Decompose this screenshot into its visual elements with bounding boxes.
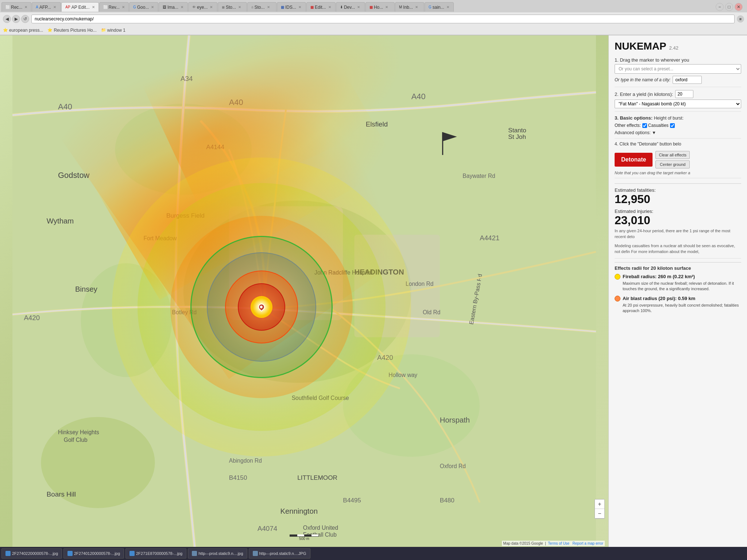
fatalities-label: Estimated fatalities: (615, 187, 741, 193)
tab-sto1[interactable]: ◼ Sto... ✕ (218, 2, 247, 12)
browser-chrome: ⬜ Rec... ✕ A AFP... ✕ AP AP Edit... ✕ ⬜ … (0, 0, 747, 35)
svg-text:Stanto: Stanto (508, 127, 526, 134)
taskbar: 2F27402200000578-...jpg 2F27401200000578… (0, 547, 747, 560)
tab-close-afp[interactable]: ✕ (53, 5, 56, 9)
tab-sto2[interactable]: a Sto... ✕ (247, 2, 276, 12)
air-blast-dot (615, 296, 620, 302)
side-buttons: Clear all effects Center ground (655, 151, 690, 168)
tab-close-rec[interactable]: ✕ (24, 5, 27, 9)
panel-version: 2.42 (669, 45, 678, 51)
tab-rev[interactable]: ⬜ Rev... ✕ (99, 2, 129, 12)
taskbar-item-3[interactable]: 2F271E8700000578-...jpg (125, 548, 186, 559)
forward-button[interactable]: ▶ (12, 15, 20, 23)
map-attribution: Map data ©2015 Google | Terms of Use Rep… (502, 541, 605, 546)
zoom-out-button[interactable]: − (595, 509, 604, 518)
taskbar-item-2[interactable]: 2F27401200000578-...jpg (63, 548, 124, 559)
minimize-btn[interactable]: − (716, 3, 724, 11)
effects-title: Effects radii for 20 kiloton surface (615, 265, 741, 271)
tab-ap-edit[interactable]: AP AP Edit... ✕ (61, 2, 98, 12)
map-area[interactable]: A40 A40 A40 A34 A4144 B4495 B4150 A420 (0, 35, 608, 548)
casualties-checkbox[interactable] (642, 123, 647, 128)
fireball-effect: Fireball radius: 260 m (0.22 km²) Maximu… (615, 274, 741, 292)
tab-close-goo[interactable]: ✕ (151, 5, 154, 9)
tab-close-sto2[interactable]: ✕ (267, 5, 270, 9)
tab-ids[interactable]: ▦ IDS... ✕ (277, 2, 306, 12)
tab-close-ap[interactable]: ✕ (92, 5, 95, 9)
svg-text:Old Rd: Old Rd (423, 309, 441, 315)
refresh-button[interactable]: ↺ (21, 15, 29, 23)
taskbar-icon-3 (129, 551, 135, 556)
close-btn[interactable]: ✕ (735, 3, 743, 11)
panel-title: NUKEMAP (615, 40, 666, 52)
tab-close-ho[interactable]: ✕ (385, 5, 388, 9)
svg-text:B4495: B4495 (343, 497, 361, 504)
tab-inb[interactable]: M Inb... ✕ (395, 2, 424, 12)
yield-preset-select[interactable]: "Fat Man" - Nagasaki bomb (20 kt) (615, 100, 741, 108)
terms-link[interactable]: Terms of Use (548, 541, 569, 545)
tab-close-eye[interactable]: ✕ (210, 5, 213, 9)
taskbar-icon-5 (253, 551, 258, 556)
tab-ima[interactable]: 🖼 Ima... ✕ (159, 2, 188, 12)
report-link[interactable]: Report a map error (573, 541, 603, 545)
svg-text:A40: A40 (58, 102, 72, 111)
detonate-button[interactable]: Detonate (615, 153, 653, 167)
svg-text:A4074: A4074 (258, 525, 277, 532)
svg-text:B4150: B4150 (229, 474, 247, 481)
svg-text:A420: A420 (24, 314, 40, 322)
tab-sain[interactable]: G sain... ✕ (425, 2, 454, 12)
maximize-btn[interactable]: □ (725, 3, 733, 11)
address-input[interactable] (31, 15, 735, 23)
fireball-desc: Maximum size of the nuclear fireball; re… (623, 281, 741, 292)
bookmark-european[interactable]: ⭐ european press... (3, 28, 43, 33)
settings-icon[interactable]: ≡ (737, 15, 744, 23)
right-panel: NUKEMAP 2.42 1. Drag the marker to where… (608, 35, 747, 548)
tab-dev[interactable]: ⬇ Dev... ✕ (336, 2, 365, 12)
taskbar-item-4[interactable]: http---prod.static9.n....jpg (188, 548, 247, 559)
taskbar-icon-4 (192, 551, 197, 556)
tab-edit2[interactable]: ▦ Edit... ✕ (306, 2, 336, 12)
svg-text:Kennington: Kennington (280, 507, 318, 515)
back-button[interactable]: ◀ (3, 15, 11, 23)
tab-bar: ⬜ Rec... ✕ A AFP... ✕ AP AP Edit... ✕ ⬜ … (0, 0, 747, 12)
tab-close-dev[interactable]: ✕ (357, 5, 360, 9)
step2-label: 2. Enter a yield (in kilotons): (615, 92, 673, 97)
bookmark-window[interactable]: 📁 window 1 (101, 28, 125, 33)
effects-checkbox[interactable] (670, 123, 675, 128)
tab-close-ima[interactable]: ✕ (181, 5, 183, 9)
tab-rec[interactable]: ⬜ Rec... ✕ (1, 2, 31, 12)
svg-text:LITTLEMOOR: LITTLEMOOR (297, 474, 337, 481)
taskbar-item-5[interactable]: http---prod.static9.n....JPG (249, 548, 310, 559)
svg-text:Baywater Rd: Baywater Rd (462, 173, 495, 179)
clear-effects-button[interactable]: Clear all effects (655, 151, 690, 159)
city-input[interactable] (673, 76, 702, 84)
tab-close-sain[interactable]: ✕ (446, 5, 449, 9)
svg-text:Binsey: Binsey (75, 285, 98, 293)
yield-input[interactable] (675, 90, 693, 98)
svg-text:John Radcliffe Hospital: John Radcliffe Hospital (314, 269, 372, 276)
preset-select[interactable]: Or you can select a preset... (615, 64, 741, 74)
tab-close-ids[interactable]: ✕ (298, 5, 301, 9)
center-ground-button[interactable]: Center ground (655, 160, 690, 168)
drag-note: Note that you can drag the target marker… (615, 171, 741, 175)
casualties-checkbox-label[interactable]: Casualties (642, 123, 669, 128)
advanced-options-toggle[interactable]: Advanced options: ▼ (615, 130, 741, 135)
tab-eye[interactable]: 👁 eye... ✕ (188, 2, 217, 12)
bookmark-reuters[interactable]: ⭐ Reuters Pictures Ho... (47, 28, 96, 33)
tab-ho[interactable]: ▦ Ho... ✕ (365, 2, 395, 12)
svg-text:Botley Rd: Botley Rd (172, 309, 197, 315)
tab-close-rev[interactable]: ✕ (122, 5, 125, 9)
stat-note2: Modeling casualties from a nuclear att s… (615, 243, 741, 254)
tab-close-edit2[interactable]: ✕ (328, 5, 331, 9)
taskbar-item-1[interactable]: 2F27402200000578-...jpg (1, 548, 62, 559)
tab-close-inb[interactable]: ✕ (415, 5, 418, 9)
zoom-in-button[interactable]: + (595, 499, 604, 509)
tab-goo[interactable]: G Goo... ✕ (129, 2, 158, 12)
scale-label: 500 m (299, 537, 309, 541)
address-bar-row: ◀ ▶ ↺ ≡ (0, 12, 747, 26)
city-label: Or type in the name of a city: (615, 77, 670, 82)
map-scale: 500 m (290, 534, 319, 541)
map-controls: + − (595, 499, 605, 519)
injuries-label: Estimated injuries: (615, 209, 741, 214)
tab-close-sto1[interactable]: ✕ (238, 5, 241, 9)
tab-afp[interactable]: A AFP... ✕ (32, 2, 61, 12)
